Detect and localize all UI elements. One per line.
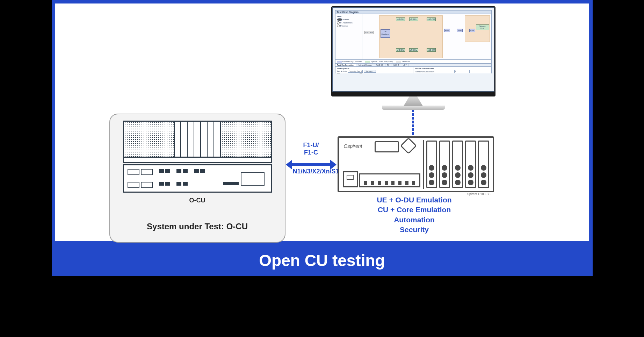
config-tabs: Test Configuration Network Devices NAS-5…: [335, 64, 492, 67]
node-gnb-du: gNB-DU: [396, 17, 405, 21]
view-option[interactable]: Stacks: [337, 18, 361, 21]
diagram-legend: Emulated by Landslide System Under Test …: [335, 60, 492, 64]
topology-diagram: Ext Data UE Emulator gNB-DU gNB-DU gNB-C…: [362, 14, 491, 59]
node-gnb-du: gNB-DU: [396, 48, 405, 52]
node-network-host: Network Host: [476, 24, 489, 30]
test-options-panel: Test Options Test Activity Capacity Test…: [335, 67, 414, 73]
tab-as-5g[interactable]: AS-5G: [391, 64, 401, 66]
test-activity-select[interactable]: Capacity Test: [348, 70, 363, 73]
test-options-title: Test Options: [337, 67, 412, 70]
capability-item: Automation: [338, 215, 491, 225]
capability-item: CU + Core Emulation: [338, 205, 491, 215]
num-subscribers-input[interactable]: 1: [454, 70, 470, 73]
tab-l3-7[interactable]: L3-7: [401, 64, 409, 66]
sut-panel: O-CU System under Test: O-CU: [109, 114, 285, 243]
spirent-logo: Ospirent: [344, 143, 362, 149]
dpad-icon: [403, 140, 414, 152]
data-traffic-checkbox[interactable]: [337, 73, 340, 73]
sut-caption: System under Test: O-CU: [147, 222, 248, 231]
test-activity-label: Test Activity: [337, 70, 347, 72]
landslide-gui: Test Case Diagram View Stacks IP Address…: [335, 10, 492, 73]
o-cu-switch-icon: [123, 164, 272, 193]
spirent-appliance-icon: Ospirent Spirent C100-S3: [338, 136, 494, 192]
dashed-connector-icon: [412, 109, 414, 135]
node-amf: AMF: [444, 29, 450, 32]
interface-bottom-label: N1/N3/X2/Xn/S1: [293, 168, 330, 175]
mobile-subscribers-panel: Mobile Subscribers Number of Subscribers…: [413, 67, 491, 73]
view-heading: View: [337, 15, 361, 18]
view-panel: View Stacks IP Addresses Physical: [335, 14, 362, 59]
diagram-frame: O-CU System under Test: O-CU F1-U/ F1-C …: [52, 0, 593, 276]
interface-top-label: F1-U/ F1-C: [293, 142, 330, 156]
tab-nas-5g[interactable]: NAS-5G: [374, 64, 385, 66]
node-gnb-du: gNB-DU: [409, 48, 418, 52]
node-gnb-cu: gNB-CU: [427, 48, 436, 52]
bidirectional-arrow-icon: [286, 162, 337, 168]
mobile-subs-title: Mobile Subscribers: [415, 67, 490, 70]
node-upf: UPF: [469, 29, 475, 32]
node-gnb-cu: gNB-CU: [427, 17, 436, 21]
window-title: Test Case Diagram: [335, 10, 492, 14]
view-option[interactable]: Physical: [337, 24, 361, 28]
o-cu-device-label: O-CU: [189, 197, 205, 204]
capability-item: Security: [338, 225, 491, 235]
tab-test-configuration[interactable]: Test Configuration: [335, 64, 356, 66]
capability-list: UE + O-DU Emulation CU + Core Emulation …: [338, 195, 491, 235]
node-ext-data: Ext Data: [364, 31, 374, 34]
node-gnb-du: gNB-DU: [409, 17, 418, 21]
node-ue-emulator: UE Emulator: [381, 29, 390, 38]
capability-item: UE + O-DU Emulation: [338, 195, 491, 205]
diagram-canvas: O-CU System under Test: O-CU F1-U/ F1-C …: [52, 0, 593, 245]
node-smf: SMF: [457, 29, 463, 32]
tab-network-devices[interactable]: Network Devices: [356, 64, 374, 66]
settings-button[interactable]: Settings...: [364, 70, 376, 73]
o-cu-server-icon: [123, 121, 272, 163]
diagram-title: Open CU testing: [52, 245, 593, 276]
monitor-icon: Test Case Diagram View Stacks IP Address…: [331, 6, 495, 110]
tab-f1[interactable]: F1: [385, 64, 391, 66]
interface-labels: F1-U/ F1-C N1/N3/X2/Xn/S1: [293, 142, 330, 175]
external-data-checkbox[interactable]: [360, 73, 362, 73]
view-option[interactable]: IP Addresses: [337, 21, 361, 24]
